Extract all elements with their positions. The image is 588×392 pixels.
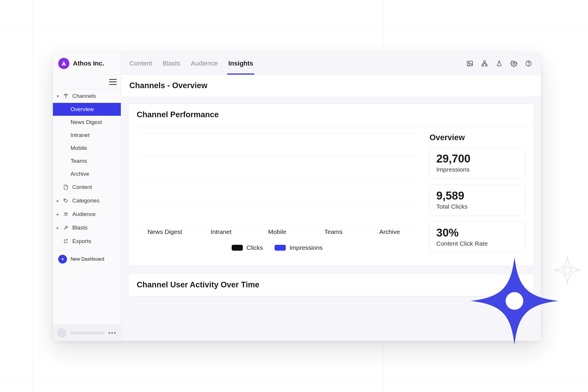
page-title: Channels - Overview [121, 75, 541, 97]
chevron-right-icon: ▸ [56, 225, 59, 230]
card-title: Channel Performance [128, 104, 534, 126]
sidebar-subitem-archive[interactable]: Archive [53, 167, 121, 180]
menu-toggle-icon[interactable] [109, 79, 117, 85]
users-icon [62, 212, 69, 217]
chart-category-label: Teams [310, 228, 357, 235]
sitemap-icon[interactable] [480, 59, 489, 68]
username-placeholder [70, 331, 105, 334]
svg-point-12 [528, 65, 529, 65]
chart-x-labels: News DigestIntranetMobileTeamsArchive [137, 228, 418, 235]
tag-icon [62, 198, 69, 203]
new-dashboard-button[interactable]: + New Dashboard [53, 250, 121, 268]
stat-impressions: 29,700 Impressions [430, 148, 525, 179]
export-icon [62, 239, 69, 244]
brand: Athos Inc. [53, 52, 121, 75]
chart-category-label: News Digest [141, 228, 188, 235]
stats-column: Overview 29,700 Impressions 9,589 Total … [430, 133, 525, 259]
chart-category-label: Mobile [254, 228, 301, 235]
more-menu-icon[interactable]: ••• [108, 329, 117, 337]
channel-performance-card: Channel Performance News DigestIntranetM… [128, 103, 534, 266]
app-window: Athos Inc. ▾ Channels Overview News Dige… [53, 52, 541, 341]
svg-point-1 [64, 200, 65, 200]
svg-point-10 [513, 63, 515, 64]
legend-swatch-impressions [275, 245, 286, 251]
stat-clicks: 9,589 Total Clicks [430, 185, 525, 216]
sidebar-item-label: Content [72, 184, 92, 190]
sidebar-item-label: Categories [72, 197, 99, 204]
top-tabs: Content Blasts Audience Insights [121, 52, 541, 75]
sidebar-subitem-teams[interactable]: Teams [53, 155, 121, 167]
header-action-icons [466, 59, 533, 68]
sidebar-item-label: Exports [72, 238, 91, 244]
sidebar-item-exports[interactable]: Exports [53, 234, 121, 248]
svg-point-4 [66, 227, 67, 227]
svg-rect-7 [484, 61, 485, 62]
sidebar-item-channels[interactable]: ▾ Channels [53, 89, 121, 103]
file-icon [62, 185, 69, 190]
sidebar-toolbar [53, 75, 121, 89]
rocket-icon [62, 225, 69, 230]
chevron-down-icon: ▾ [56, 94, 59, 98]
legend-swatch-clicks [232, 245, 243, 251]
sidebar-subitem-mobile[interactable]: Mobile [53, 142, 121, 155]
stats-heading: Overview [430, 133, 525, 142]
sidebar-item-label: Audience [72, 211, 96, 217]
chart-category-label: Intranet [198, 228, 245, 235]
svg-point-6 [468, 62, 470, 63]
channel-performance-chart: News DigestIntranetMobileTeamsArchive Cl… [137, 133, 418, 259]
tab-audience[interactable]: Audience [191, 52, 218, 74]
user-footer: ••• [53, 324, 121, 341]
svg-rect-5 [467, 61, 472, 66]
chart-legend: Clicks Impressions [137, 244, 418, 251]
svg-point-3 [66, 213, 68, 214]
svg-rect-9 [485, 65, 487, 66]
sidebar: Athos Inc. ▾ Channels Overview News Dige… [53, 52, 121, 341]
svg-point-13 [506, 292, 523, 310]
decorative-star-icon [470, 257, 559, 345]
sidebar-item-label: Channels [72, 93, 96, 99]
decorative-star-outline-icon [553, 255, 582, 285]
tab-content[interactable]: Content [129, 52, 152, 74]
sidebar-item-label: Blasts [72, 225, 88, 231]
chart-category-label: Archive [366, 228, 413, 235]
new-dashboard-label: New Dashboard [71, 257, 104, 262]
svg-point-2 [65, 213, 66, 214]
svg-rect-8 [482, 65, 484, 66]
sidebar-subitem-overview[interactable]: Overview [53, 103, 121, 116]
tab-insights[interactable]: Insights [228, 52, 253, 74]
avatar[interactable] [57, 328, 66, 338]
stat-click-rate: 30% Content Click Rate [430, 222, 525, 253]
chevron-right-icon: ▸ [56, 212, 59, 217]
sidebar-item-audience[interactable]: ▸ Audience [53, 207, 121, 221]
legend-impressions: Impressions [275, 244, 323, 251]
gear-icon[interactable] [510, 59, 518, 68]
image-icon[interactable] [466, 59, 474, 68]
legend-clicks: Clicks [232, 244, 263, 251]
plus-icon: + [58, 255, 67, 264]
brand-name: Athos Inc. [73, 60, 104, 67]
sidebar-subitem-intranet[interactable]: Intranet [53, 129, 121, 142]
sidebar-nav: ▾ Channels Overview News Digest Intranet… [53, 89, 121, 324]
sidebar-item-content[interactable]: Content [53, 180, 121, 194]
brand-logo-icon [58, 58, 69, 69]
tab-blasts[interactable]: Blasts [163, 52, 180, 74]
beaker-icon[interactable] [495, 59, 503, 68]
help-icon[interactable] [524, 59, 533, 68]
antenna-icon [62, 93, 69, 99]
sidebar-subitem-news-digest[interactable]: News Digest [53, 116, 121, 129]
chevron-right-icon: ▸ [56, 198, 59, 203]
sidebar-item-blasts[interactable]: ▸ Blasts [53, 221, 121, 234]
sidebar-item-categories[interactable]: ▸ Categories [53, 194, 121, 207]
